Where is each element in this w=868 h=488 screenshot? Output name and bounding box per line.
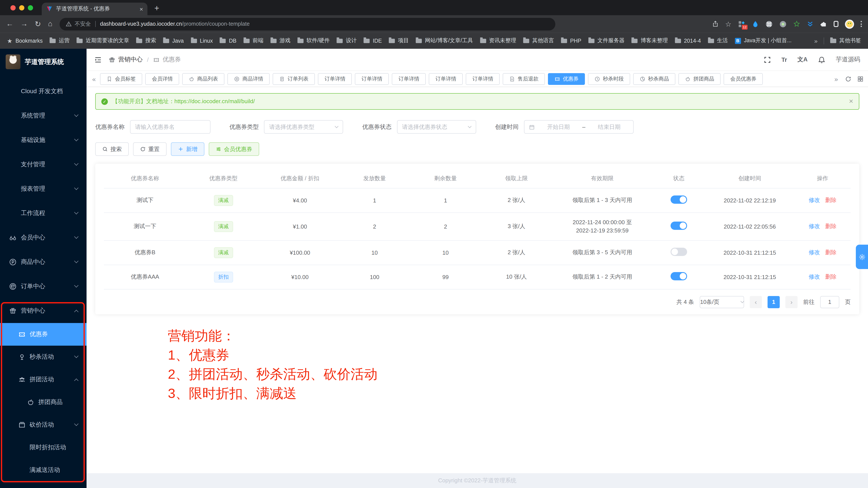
delete-link[interactable]: 删除 xyxy=(825,197,836,203)
status-toggle[interactable] xyxy=(671,272,687,280)
sidebar-item-marketing-center[interactable]: 营销中心 xyxy=(0,298,87,323)
layout-grid-icon[interactable] xyxy=(857,76,864,82)
tag-order-detail[interactable]: 订单详情 xyxy=(392,73,426,85)
tag-seckill-time[interactable]: 秒杀时段 xyxy=(588,73,630,85)
back-icon[interactable]: ← xyxy=(6,20,13,28)
sidebar-item-bargain[interactable]: 砍价活动 xyxy=(0,413,87,436)
tag-order-list[interactable]: 订单列表 xyxy=(273,73,315,85)
window-controls[interactable] xyxy=(10,5,33,10)
bookmark-folder[interactable]: 游戏 xyxy=(271,37,290,45)
sidebar-item-payment[interactable]: 支付管理 xyxy=(0,152,87,177)
maximize-window-button[interactable] xyxy=(28,5,33,10)
bookmark-folder[interactable]: 搜索 xyxy=(136,37,156,45)
new-tab-button[interactable]: + xyxy=(154,3,159,13)
bookmark-folder[interactable]: 设计 xyxy=(337,37,357,45)
minimize-window-button[interactable] xyxy=(19,5,24,10)
sidebar-item-reward-activity[interactable]: 满减送活动 xyxy=(0,459,87,482)
delete-link[interactable]: 删除 xyxy=(825,249,836,256)
bookmark-folder[interactable]: 前端 xyxy=(244,37,264,45)
browser-tab[interactable]: 芋道管理系统 - 优惠券 × xyxy=(42,3,148,15)
tag-order-detail[interactable]: 订单详情 xyxy=(429,73,463,85)
tags-scroll-left-icon[interactable]: « xyxy=(91,75,97,83)
bookmark-folder[interactable]: Java xyxy=(163,38,184,44)
sidebar-item-system[interactable]: 系统管理 xyxy=(0,104,87,128)
sidebar-item-groupbuy-product[interactable]: 拼团商品 xyxy=(0,391,87,413)
collapse-sidebar-icon[interactable] xyxy=(94,56,102,63)
alert-close-icon[interactable]: × xyxy=(849,97,853,106)
sidebar-item-seckill[interactable]: 秒杀活动 xyxy=(0,346,87,368)
star-extension-icon[interactable] xyxy=(793,21,800,27)
other-bookmarks[interactable]: 其他书签 xyxy=(830,37,861,45)
edit-link[interactable]: 修改 xyxy=(809,274,820,280)
tag-product-detail[interactable]: 商品详情 xyxy=(228,73,270,85)
coupon-type-select[interactable]: 请选择优惠券类型 xyxy=(264,120,343,134)
bookmark-folder[interactable]: 软件/硬件 xyxy=(298,37,330,45)
bookmark-folder[interactable]: 资讯未整理 xyxy=(480,37,516,45)
bookmark-folder[interactable]: 网站/博客/文章/工具 xyxy=(416,37,473,45)
date-range-picker[interactable]: 开始日期 – 结束日期 xyxy=(524,120,633,134)
settings-fab-button[interactable] xyxy=(856,245,868,269)
security-label[interactable]: 不安全 xyxy=(74,20,91,28)
tampermonkey-extension-icon[interactable]: 12 xyxy=(738,20,745,28)
bookmark-folder[interactable]: 文件服务器 xyxy=(588,37,624,45)
bookmark-folder[interactable]: 生活 xyxy=(708,37,728,45)
bookmarks-root[interactable]: ★ Bookmarks xyxy=(7,37,42,44)
sidebar-item-order-center[interactable]: 订单中心 xyxy=(0,274,87,298)
browser-menu-icon[interactable] xyxy=(861,21,862,27)
tag-order-detail[interactable]: 订单详情 xyxy=(318,73,352,85)
sidebar-item-product-center[interactable]: 商品中心 xyxy=(0,250,87,274)
search-button[interactable]: 搜索 xyxy=(95,142,129,156)
bookmark-folder[interactable]: 运营 xyxy=(50,37,69,45)
sidebar-item-report[interactable]: 报表管理 xyxy=(0,177,87,201)
add-button[interactable]: 新增 xyxy=(171,142,205,156)
bookmark-item-java-dev[interactable]: BJava开发 | 小组首... xyxy=(735,37,792,45)
alert-link[interactable]: https://doc.iocoder.cn/mall/build/ xyxy=(175,98,255,105)
bookmark-folder[interactable]: DB xyxy=(220,38,237,44)
sidebar-item-discount-activity[interactable]: 限时折扣活动 xyxy=(0,436,87,459)
tab-close-icon[interactable]: × xyxy=(140,5,143,12)
delete-link[interactable]: 删除 xyxy=(825,223,836,229)
username[interactable]: 芋道源码 xyxy=(836,56,860,63)
forward-icon[interactable]: → xyxy=(21,20,28,28)
chevrons-extension-icon[interactable] xyxy=(807,21,814,27)
sidepanel-icon[interactable] xyxy=(834,21,838,27)
close-window-button[interactable] xyxy=(10,5,16,10)
app-logo[interactable]: 芋道管理系统 xyxy=(0,49,87,75)
language-icon[interactable]: 文A xyxy=(798,56,808,63)
tag-member-coupon[interactable]: 会员优惠券 xyxy=(724,73,763,85)
bookmarks-overflow-icon[interactable]: » xyxy=(814,37,817,44)
bookmark-folder[interactable]: 博客未整理 xyxy=(631,37,668,45)
home-icon[interactable]: ⌂ xyxy=(48,20,53,28)
status-toggle[interactable] xyxy=(671,196,687,204)
tag-member-detail[interactable]: 会员详情 xyxy=(146,73,179,85)
extensions-puzzle-icon[interactable] xyxy=(820,21,827,27)
sidebar-item-infra[interactable]: 基础设施 xyxy=(0,128,87,152)
delete-link[interactable]: 删除 xyxy=(825,274,836,280)
share-icon[interactable] xyxy=(712,21,719,27)
refresh-icon[interactable] xyxy=(845,76,851,82)
tags-scroll-right-icon[interactable]: » xyxy=(833,75,839,83)
command-extension-icon[interactable] xyxy=(765,20,773,28)
profile-avatar[interactable] xyxy=(845,19,854,29)
edit-link[interactable]: 修改 xyxy=(809,197,820,203)
sidebar-item-cloud-docs[interactable]: Cloud 开发文档 xyxy=(0,79,87,104)
bookmark-folder[interactable]: 近期需要读的文章 xyxy=(76,37,129,45)
tag-coupon-active[interactable]: 优惠券 xyxy=(548,73,585,85)
bookmark-folder[interactable]: 2014-4 xyxy=(675,38,701,44)
page-number-input[interactable] xyxy=(820,296,839,308)
tag-order-detail[interactable]: 订单详情 xyxy=(355,73,389,85)
page-size-select[interactable]: 10条/页 xyxy=(700,296,744,308)
bookmark-folder[interactable]: Linux xyxy=(191,38,213,44)
tag-groupbuy-product[interactable]: 拼团商品 xyxy=(679,73,721,85)
next-page-button[interactable]: › xyxy=(785,296,798,308)
breadcrumb-marketing[interactable]: 营销中心 xyxy=(118,56,143,63)
bell-icon[interactable] xyxy=(818,56,826,63)
tag-order-detail[interactable]: 订单详情 xyxy=(466,73,500,85)
bookmark-folder[interactable]: IDE xyxy=(364,38,382,44)
reload-icon[interactable]: ↻ xyxy=(35,19,41,29)
status-toggle[interactable] xyxy=(671,222,687,230)
tag-member-label[interactable]: 会员标签 xyxy=(100,73,143,85)
sidebar-item-coupon[interactable]: 优惠券 xyxy=(0,323,87,346)
address-bar[interactable]: 不安全 dashboard-vue3.yudao.iocoder.cn/prom… xyxy=(59,18,555,30)
sidebar-item-workflow[interactable]: 工作流程 xyxy=(0,201,87,226)
